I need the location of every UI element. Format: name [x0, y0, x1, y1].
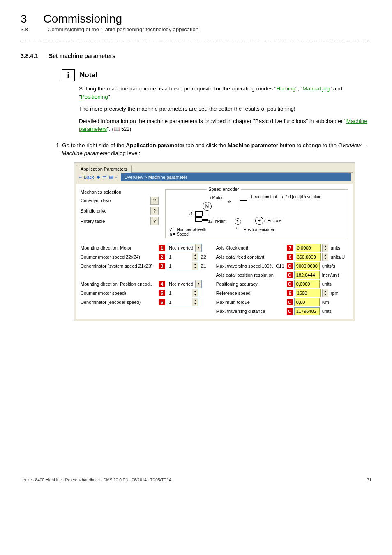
param-label: Max. traversing speed 100%_C11 — [216, 264, 285, 268]
spinner[interactable]: ▲▼ — [322, 253, 328, 261]
unit-label: units — [322, 309, 340, 314]
spinner[interactable]: ▲▼ — [322, 289, 328, 297]
marker-2: 2 — [159, 254, 165, 260]
value-field[interactable]: 182,0444 — [294, 271, 320, 279]
spinner[interactable]: ▲▼ — [192, 298, 198, 306]
link-manual-jog[interactable]: Manual jog — [302, 86, 330, 92]
param-label: Mounting direction: Position encod.. — [81, 282, 157, 287]
rotary-table-label: Rotary table — [81, 219, 148, 224]
numfield-3[interactable]: 1▲▼ — [167, 262, 198, 270]
z2-label: z2 — [208, 219, 213, 224]
spinner[interactable]: ▲▼ — [322, 244, 328, 252]
link-positioning[interactable]: Positioning — [81, 94, 108, 100]
suffix-label: Z2 — [201, 254, 206, 259]
note-paragraph-2: The more precisely the machine parameter… — [79, 105, 367, 113]
chevron-down-icon[interactable]: ▼ — [195, 244, 201, 252]
marker-6: 6 — [159, 299, 165, 305]
spinner[interactable]: ▲▼ — [192, 262, 198, 270]
combo-4[interactable]: Not inverted▼ — [167, 280, 202, 288]
load-icon — [240, 200, 247, 210]
link-homing[interactable]: Homing — [277, 86, 296, 92]
subsection-number: 3.8.4.1 — [21, 53, 38, 59]
value-field[interactable]: 11796482 — [294, 307, 320, 315]
page-ref[interactable]: 522) — [121, 126, 131, 132]
screenshot-panel: Application Parameters ← Back ◆ ▭ ▦ ▫ Ov… — [74, 162, 355, 321]
unit-label: units/s — [322, 264, 340, 268]
spindle-drive-help-button[interactable]: ? — [150, 207, 159, 215]
position-encoder-symbol-icon: ↻ — [235, 218, 241, 225]
value-field[interactable]: 360,0000 — [295, 253, 321, 261]
marker-7: 7 — [287, 245, 293, 251]
param-label: Axis data: position resolution — [216, 273, 285, 278]
unit-label: units — [331, 245, 349, 250]
spinner[interactable]: ▲▼ — [192, 289, 198, 297]
chapter-number: 3 — [21, 12, 27, 25]
param-label: Positioning accuracy — [216, 282, 285, 287]
value-field[interactable]: 0,60 — [294, 298, 320, 306]
marker-1: 1 — [159, 245, 165, 251]
breadcrumb-path: Overview > Machine parameter — [121, 173, 351, 181]
vk-label: vk — [227, 199, 231, 204]
n-plant-label: nPlant — [215, 219, 226, 224]
section-number: 3.8 — [21, 26, 28, 32]
numfield-6[interactable]: 1▲▼ — [167, 298, 198, 306]
param-label: Counter (motor speed) — [81, 291, 157, 296]
value-field[interactable]: 0,0000 — [294, 280, 320, 288]
param-label: Reference speed — [216, 291, 285, 296]
note-box: i Note! Setting the machine parameters i… — [62, 69, 367, 133]
value-field[interactable]: 9000,0000 — [294, 262, 320, 270]
book-icon: 📖 — [114, 126, 120, 132]
note-paragraph-1: Setting the machine parameters is a basi… — [79, 85, 367, 101]
numfield-5[interactable]: 1▲▼ — [167, 289, 198, 297]
marker-8: 8 — [287, 254, 293, 260]
gear-z2-icon — [202, 216, 208, 223]
n-motor-label: nMotor — [210, 195, 223, 200]
param-label: Maximum torque — [216, 300, 285, 305]
rotary-table-help-button[interactable]: ? — [150, 217, 159, 225]
section-title: Commissioning of the "Table positioning"… — [48, 26, 198, 32]
combo-1[interactable]: Not inverted▼ — [167, 244, 202, 252]
param-label: Axis data: feed constant — [216, 254, 285, 259]
page-number: 71 — [367, 478, 371, 482]
spinner[interactable]: ▲▼ — [192, 253, 198, 261]
back-button[interactable]: ← Back — [78, 175, 94, 180]
info-icon: i — [62, 69, 75, 81]
marker-3: 3 — [159, 263, 165, 269]
nav-diamond-icon[interactable]: ◆ — [97, 174, 100, 180]
z1-label: z1 — [189, 212, 193, 216]
unit-label: units — [322, 282, 340, 287]
note-title: Note! — [80, 71, 97, 79]
unit-label: units/U — [331, 254, 349, 259]
chevron-down-icon[interactable]: ▼ — [195, 280, 201, 288]
encoder-plus-icon: + — [255, 217, 263, 225]
marker-C: C — [287, 308, 293, 314]
marker-C: C — [287, 299, 293, 305]
conveyor-drive-help-button[interactable]: ? — [150, 197, 159, 205]
mechanics-selection-label: Mechanics selection — [81, 190, 121, 194]
value-field[interactable]: 1500 — [295, 289, 321, 297]
unit-label: rpm — [331, 291, 349, 296]
spindle-drive-label: Spindle drive — [81, 208, 148, 213]
nav-grid-icon[interactable]: ▦ — [109, 174, 113, 180]
unit-label: Nm — [322, 300, 340, 305]
position-encoder-label: Position encoder — [244, 227, 274, 232]
divider — [21, 41, 371, 41]
z-n-definition-label: Z = Number of teeth n = Speed — [170, 227, 206, 236]
param-label: Axis Clocklength — [216, 245, 285, 250]
marker-C: C — [287, 263, 293, 269]
tab-application-parameters[interactable]: Application Parameters — [76, 165, 132, 173]
nav-page-icon[interactable]: ▫ — [115, 175, 117, 180]
marker-5: 5 — [159, 290, 165, 296]
value-field[interactable]: 0,0000 — [295, 244, 321, 252]
conveyor-drive-label: Conveyor drive — [81, 198, 148, 203]
suffix-label: Z1 — [201, 264, 206, 268]
marker-C: C — [287, 272, 293, 278]
param-label: Max. traversing distance — [216, 309, 285, 314]
numfield-2[interactable]: 1▲▼ — [167, 253, 198, 261]
marker-4: 4 — [159, 281, 165, 287]
d-label: d — [236, 226, 239, 230]
marker-C: C — [287, 281, 293, 287]
marker-9: 9 — [287, 290, 293, 296]
note-paragraph-3: Detailed information on the machine para… — [79, 117, 367, 133]
nav-doc-icon[interactable]: ▭ — [102, 174, 106, 180]
